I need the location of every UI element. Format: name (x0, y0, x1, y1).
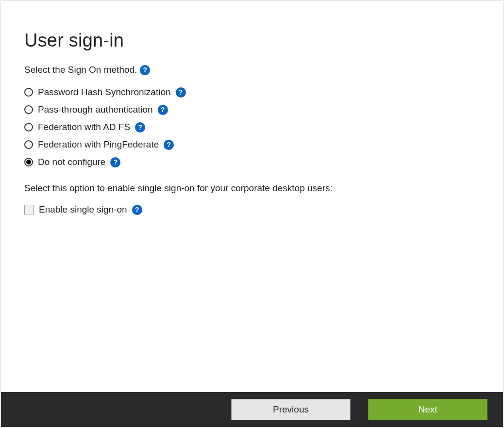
sso-description: Select this option to enable single sign… (24, 183, 480, 194)
option-do-not-configure: Do not configure ? (24, 157, 480, 167)
option-label: Pass-through authentication (38, 104, 153, 115)
enable-sso-label: Enable single sign-on (39, 204, 127, 215)
instruction-text: Select the Sign On method. (24, 65, 137, 75)
instruction-row: Select the Sign On method. ? (24, 65, 480, 75)
option-federation-adfs: Federation with AD FS ? (24, 122, 480, 132)
help-icon[interactable]: ? (140, 65, 150, 75)
sign-on-options: Password Hash Synchronization ? Pass-thr… (24, 87, 480, 167)
content-area: User sign-in Select the Sign On method. … (1, 1, 503, 215)
help-icon[interactable]: ? (135, 122, 145, 132)
radio-federation-adfs[interactable] (24, 123, 33, 132)
next-button[interactable]: Next (368, 399, 487, 420)
help-icon[interactable]: ? (164, 140, 174, 150)
help-icon[interactable]: ? (176, 87, 186, 98)
radio-pass-through-auth[interactable] (24, 105, 33, 114)
radio-federation-pingfederate[interactable] (24, 140, 33, 149)
option-label: Do not configure (38, 157, 105, 167)
radio-password-hash-sync[interactable] (24, 88, 33, 97)
help-icon[interactable]: ? (110, 157, 120, 167)
radio-do-not-configure[interactable] (24, 158, 33, 166)
wizard-frame: User sign-in Select the Sign On method. … (0, 0, 504, 428)
option-pass-through-auth: Pass-through authentication ? (24, 104, 480, 115)
option-label: Federation with PingFederate (38, 139, 159, 150)
page-title: User sign-in (24, 30, 480, 51)
option-label: Federation with AD FS (38, 122, 130, 132)
option-label: Password Hash Synchronization (38, 87, 171, 98)
wizard-footer: Previous Next (1, 392, 503, 427)
option-password-hash-sync: Password Hash Synchronization ? (24, 87, 480, 98)
help-icon[interactable]: ? (158, 105, 168, 115)
enable-sso-checkbox[interactable] (24, 205, 34, 214)
previous-button[interactable]: Previous (231, 399, 351, 420)
option-federation-pingfederate: Federation with PingFederate ? (24, 139, 480, 150)
help-icon[interactable]: ? (132, 205, 142, 215)
enable-sso-row: Enable single sign-on ? (24, 204, 480, 215)
